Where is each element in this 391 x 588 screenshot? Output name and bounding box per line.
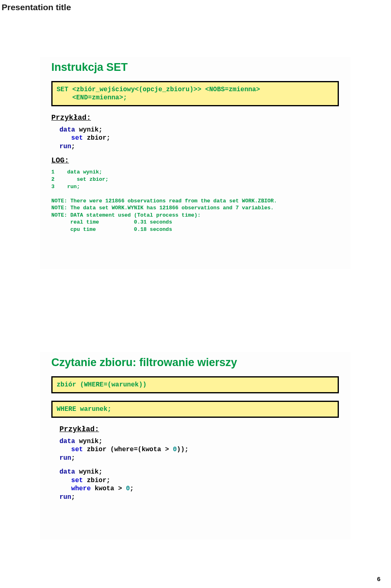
slide-title: Czytanie zbioru: filtrowanie wierszy xyxy=(40,352,350,376)
example-code-b: data wynik; set zbior; where kwota > 0; … xyxy=(59,468,339,501)
example-code: data wynik; set zbior; run; xyxy=(59,126,339,151)
slide-instrukcja-set: Instrukcja SET SET <zbiór_wejściowy<(opc… xyxy=(40,57,350,269)
log-label: LOG: xyxy=(51,156,339,165)
syntax-box: SET <zbiór_wejściowy<(opcje_zbioru)>> <N… xyxy=(51,81,339,106)
page-number: 6 xyxy=(377,575,380,582)
slide-title: Instrukcja SET xyxy=(40,57,350,81)
page-header: Presentation title xyxy=(2,2,71,12)
log-output: 1 data wynik; 2 set zbior; 3 run; NOTE: … xyxy=(51,169,339,233)
example-label: Przykład: xyxy=(59,425,339,433)
syntax-text: zbiór (WHERE=(warunek)) xyxy=(57,381,334,389)
syntax-box-where-option: zbiór (WHERE=(warunek)) xyxy=(51,376,339,393)
slide-filtrowanie-wierszy: Czytanie zbioru: filtrowanie wierszy zbi… xyxy=(40,352,350,540)
syntax-box-where-stmt: WHERE warunek; xyxy=(51,401,339,418)
syntax-text: SET <zbiór_wejściowy<(opcje_zbioru)>> <N… xyxy=(57,86,334,102)
log-text: 1 data wynik; 2 set zbior; 3 run; NOTE: … xyxy=(51,169,339,233)
syntax-text: WHERE warunek; xyxy=(57,405,334,413)
example-code-a: data wynik; set zbior (where=(kwota > 0)… xyxy=(59,437,339,462)
example-label: Przykład: xyxy=(51,114,339,122)
